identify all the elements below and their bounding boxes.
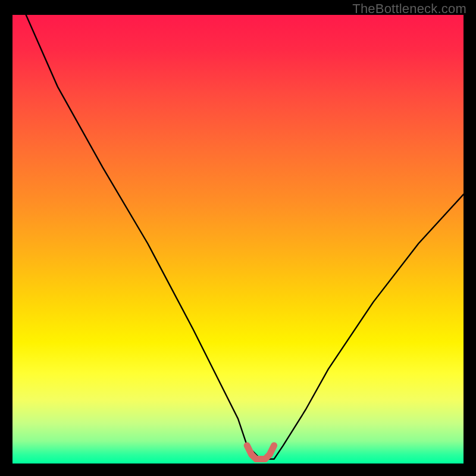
chart-svg [12,15,464,464]
plot-area [12,15,464,464]
chart-frame: TheBottleneck.com [0,0,476,476]
bottleneck-curve [26,15,464,459]
highlight-segment [247,446,274,459]
